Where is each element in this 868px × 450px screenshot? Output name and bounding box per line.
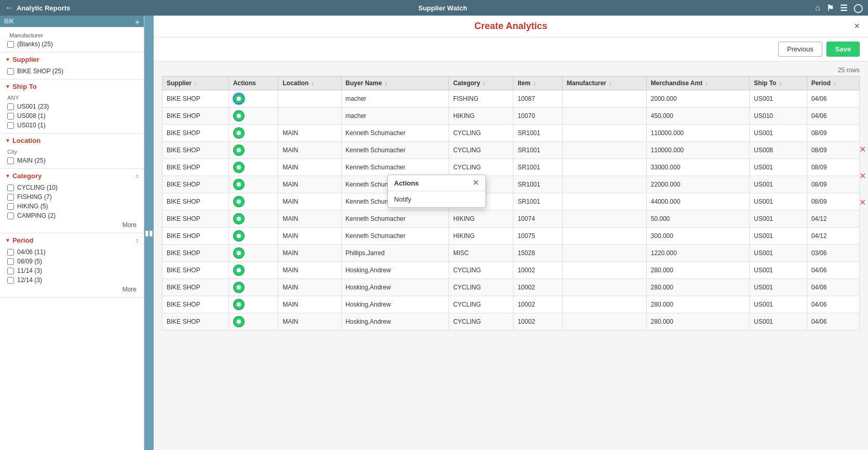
action-circle-button[interactable] (233, 230, 245, 242)
manufacturer-blanks-checkbox[interactable] (7, 41, 14, 48)
shipto-us010-item[interactable]: US010 (1) (5, 121, 139, 130)
back-nav[interactable]: ← Analytic Reports (5, 3, 70, 12)
table-cell: Kenneth Schumacher (341, 210, 449, 228)
previous-button[interactable]: Previous (778, 42, 822, 57)
actions-popup-close-button[interactable]: ✕ (472, 178, 479, 188)
table-cell: US001 (750, 296, 807, 313)
period-more-link[interactable]: More (5, 285, 139, 294)
table-cell: BIKE SHOP (162, 245, 229, 262)
col-supplier[interactable]: Supplier ↕ (162, 76, 229, 90)
action-circle-button[interactable] (233, 264, 245, 276)
location-triangle-icon: ▼ (5, 138, 10, 143)
supplier-bikeshop-item[interactable]: BIKE SHOP (25) (5, 67, 139, 76)
category-more-link[interactable]: More (5, 220, 139, 230)
period-1114-item[interactable]: 11/14 (3) (5, 266, 139, 275)
location-header[interactable]: ▼ Location (5, 137, 139, 144)
period-0406-checkbox[interactable] (7, 249, 14, 256)
shipto-us008-item[interactable]: US008 (1) (5, 111, 139, 121)
table-cell: US001 (750, 313, 807, 330)
action-circle-button[interactable] (233, 93, 245, 104)
category-cycling-item[interactable]: CYCLING (10) (5, 183, 139, 192)
category-hiking-item[interactable]: HIKING (5) (5, 202, 139, 211)
col-actions[interactable]: Actions (228, 76, 278, 90)
category-sort-icon[interactable]: ↕ (136, 173, 139, 179)
shipto-header[interactable]: ▼ Ship To (5, 83, 139, 90)
shipto-us001-checkbox[interactable] (7, 103, 14, 110)
col-item[interactable]: Item ↕ (513, 76, 563, 90)
table-container: ✕ ✕ ✕ 25 rows Supplier ↕ Actions Locatio… (154, 61, 868, 450)
action-circle-button[interactable] (233, 299, 245, 310)
menu-icon[interactable]: ☰ (840, 3, 847, 13)
action-circle-button[interactable] (233, 110, 245, 122)
period-0809-item[interactable]: 08/09 (5) (5, 257, 139, 266)
table-cell (278, 90, 341, 108)
period-0406-item[interactable]: 04/06 (11) (5, 247, 139, 257)
col-period[interactable]: Period ↕ (807, 76, 859, 90)
panel-toggle-button[interactable]: ▮▮ (144, 16, 154, 450)
period-header[interactable]: ▼ Period (5, 236, 139, 244)
action-circle-button[interactable] (233, 213, 245, 224)
col-manufacturer[interactable]: Manufacturer ↕ (562, 76, 646, 90)
action-circle-button[interactable] (233, 247, 245, 259)
action-circle-button[interactable] (233, 282, 245, 293)
table-cell: US001 (750, 228, 807, 245)
filter-delete-icon-3[interactable]: ✕ (859, 197, 866, 207)
table-cell (562, 90, 646, 108)
table-cell: US001 (750, 279, 807, 296)
table-row: BIKE SHOPMAINPhillips,JarredMISC15028122… (162, 245, 860, 262)
shipto-us001-item[interactable]: US001 (23) (5, 102, 139, 111)
location-main-item[interactable]: MAIN (25) (5, 156, 139, 165)
supplier-bikeshop-checkbox[interactable] (7, 68, 14, 75)
table-cell: 03/06 (807, 245, 859, 262)
modal-close-button[interactable]: × (854, 21, 860, 32)
filter-delete-icon-2[interactable]: ✕ (859, 171, 866, 181)
modal-title: Create Analytics (474, 21, 547, 32)
app-title: Supplier Watch (70, 4, 815, 12)
period-1214-checkbox[interactable] (7, 277, 14, 284)
home-icon[interactable]: ⌂ (815, 3, 820, 12)
col-merchandise-amt[interactable]: Merchandise Amt ↕ (646, 76, 750, 90)
col-buyer-name[interactable]: Buyer Name ↕ (341, 76, 449, 90)
col-category[interactable]: Category ↕ (449, 76, 513, 90)
category-cycling-checkbox[interactable] (7, 184, 14, 191)
action-circle-button[interactable] (233, 179, 245, 190)
category-fishing-item[interactable]: FISHING (7) (5, 192, 139, 202)
sidebar-add-icon[interactable]: + (135, 18, 140, 27)
shipto-us008-checkbox[interactable] (7, 113, 14, 120)
manufacturer-blanks-item[interactable]: (Blanks) (25) (5, 39, 139, 49)
col-location[interactable]: Location ↕ (278, 76, 341, 90)
table-row: BIKE SHOPMAINKenneth SchumacherHIKING100… (162, 228, 860, 245)
action-circle-button[interactable] (233, 127, 245, 139)
table-cell (562, 228, 646, 245)
actions-notify-item[interactable]: Notify (388, 191, 485, 207)
flag-icon[interactable]: ⚑ (826, 3, 834, 13)
location-header-label: Location (12, 137, 40, 144)
category-hiking-checkbox[interactable] (7, 203, 14, 210)
category-fishing-checkbox[interactable] (7, 194, 14, 201)
table-cell: US010 (750, 108, 807, 125)
table-cell: US008 (750, 142, 807, 159)
col-ship-to[interactable]: Ship To ↕ (750, 76, 807, 90)
category-header[interactable]: ▼ Category (5, 172, 139, 180)
category-camping-checkbox[interactable] (7, 213, 14, 219)
location-main-checkbox[interactable] (7, 157, 14, 164)
filter-delete-icon-1[interactable]: ✕ (859, 144, 866, 154)
table-cell: US001 (750, 262, 807, 279)
period-1214-item[interactable]: 12/14 (3) (5, 275, 139, 285)
period-0809-checkbox[interactable] (7, 258, 14, 265)
category-camping-item[interactable]: CAMPING (2) (5, 211, 139, 220)
supplier-header[interactable]: ▼ Supplier (5, 56, 139, 63)
action-circle-button[interactable] (233, 316, 245, 327)
save-button[interactable]: Save (826, 42, 860, 57)
user-icon[interactable]: ◯ (853, 3, 863, 13)
action-circle-button[interactable] (233, 162, 245, 173)
period-sort-icon[interactable]: ↕ (136, 237, 139, 243)
period-1114-checkbox[interactable] (7, 268, 14, 274)
action-circle-button[interactable] (233, 196, 245, 207)
action-circle-button[interactable] (233, 144, 245, 156)
table-cell: 04/06 (807, 262, 859, 279)
table-cell: 15028 (513, 245, 563, 262)
table-cell: US001 (750, 90, 807, 108)
shipto-us010-checkbox[interactable] (7, 122, 14, 129)
table-cell (562, 262, 646, 279)
